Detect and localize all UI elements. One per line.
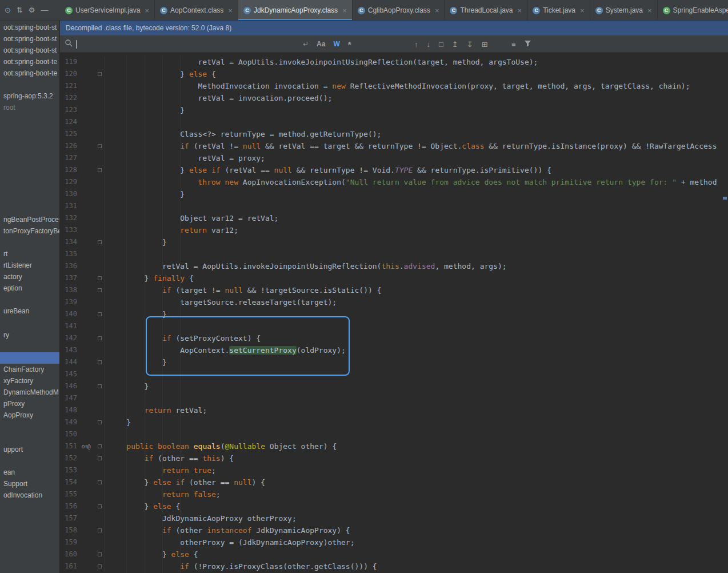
editor-tab[interactable]: CJdkDynamicAopProxy.class×: [238, 0, 353, 20]
code-line[interactable]: 136 retVal = AopUtils.invokeJoinpointUsi…: [60, 260, 728, 272]
search-input[interactable]: [65, 35, 77, 53]
previous-match-icon[interactable]: ↥: [452, 40, 458, 49]
fold-icon[interactable]: [98, 504, 102, 508]
code-line[interactable]: 127 retVal = proxy;: [60, 152, 728, 164]
code-line[interactable]: 131: [60, 200, 728, 212]
code-line[interactable]: 125 Class<?> returnType = method.getRetu…: [60, 128, 728, 140]
open-results-icon[interactable]: ⊞: [482, 40, 488, 49]
code-line[interactable]: 144 }: [60, 356, 728, 368]
code-line[interactable]: 145: [60, 368, 728, 380]
editor-tab[interactable]: CUserServiceImpl.java×: [60, 0, 155, 20]
code-line[interactable]: 156 } else {: [60, 500, 728, 512]
fold-icon[interactable]: [98, 240, 102, 244]
code-line[interactable]: 135: [60, 248, 728, 260]
code-line[interactable]: 148 return retVal;: [60, 404, 728, 416]
code-line[interactable]: 122 retVal = invocation.proceed();: [60, 92, 728, 104]
fold-icon[interactable]: [98, 312, 102, 316]
match-case-toggle[interactable]: Aa: [317, 40, 325, 48]
code-line[interactable]: 153 return true;: [60, 464, 728, 476]
close-icon[interactable]: ×: [580, 7, 585, 14]
fold-icon[interactable]: [98, 528, 102, 532]
fold-icon[interactable]: [98, 336, 102, 340]
editor-tab[interactable]: CAopContext.class×: [155, 0, 238, 20]
editor-tab[interactable]: CThreadLocal.java×: [445, 0, 527, 20]
code-line[interactable]: 119 retVal = AopUtils.invokeJoinpointUsi…: [60, 56, 728, 68]
tree-item[interactable]: odInvocation: [0, 490, 59, 501]
fold-icon[interactable]: [98, 444, 102, 448]
words-toggle[interactable]: W: [333, 40, 339, 48]
tree-item[interactable]: root: [0, 102, 59, 113]
code-line[interactable]: 155 return false;: [60, 488, 728, 500]
tree-item[interactable]: oot:spring-boot-st: [0, 33, 59, 45]
locate-file-icon[interactable]: ⊙: [5, 6, 11, 14]
fold-icon[interactable]: [98, 276, 102, 280]
fold-icon[interactable]: [98, 360, 102, 364]
close-icon[interactable]: ×: [647, 7, 652, 14]
fold-icon[interactable]: [98, 288, 102, 292]
code-line[interactable]: 138 if (target != null && !targetSource.…: [60, 284, 728, 296]
editor-tab[interactable]: CTicket.java×: [527, 0, 590, 20]
fold-icon[interactable]: [98, 564, 102, 568]
collapse-all-icon[interactable]: ⇅: [17, 6, 23, 14]
fold-icon[interactable]: [98, 456, 102, 460]
code-line[interactable]: 149 }: [60, 416, 728, 428]
code-line[interactable]: 139 targetSource.releaseTarget(target);: [60, 296, 728, 308]
code-line[interactable]: 159 otherProxy = (JdkDynamicAopProxy)oth…: [60, 536, 728, 548]
code-line[interactable]: 132 Object var12 = retVal;: [60, 212, 728, 224]
regex-toggle[interactable]: *: [348, 39, 351, 49]
hide-panel-icon[interactable]: —: [41, 6, 48, 14]
tree-item[interactable]: pProxy: [0, 398, 59, 409]
code-line[interactable]: 143 AopContext.setCurrentProxy(oldProxy)…: [60, 344, 728, 356]
code-line[interactable]: 133 return var12;: [60, 224, 728, 236]
fold-icon[interactable]: [98, 384, 102, 388]
tree-item[interactable]: rtListener: [0, 260, 59, 271]
code-line[interactable]: 124: [60, 116, 728, 128]
close-icon[interactable]: ×: [342, 7, 347, 14]
close-icon[interactable]: ×: [435, 7, 439, 14]
code-line[interactable]: 151o↑@ public boolean equals(@Nullable O…: [60, 440, 728, 452]
close-icon[interactable]: ×: [228, 7, 233, 14]
fold-icon[interactable]: [98, 144, 102, 148]
tree-item[interactable]: ean: [0, 467, 59, 478]
fold-icon[interactable]: [98, 420, 102, 424]
newline-option-icon[interactable]: ↵: [303, 40, 309, 48]
tree-item[interactable]: oot:spring-boot-te: [0, 67, 59, 79]
tree-item[interactable]: ry: [0, 329, 59, 341]
tree-item[interactable]: Support: [0, 478, 59, 490]
editor-tab[interactable]: CSystem.java×: [590, 0, 658, 20]
code-line[interactable]: 128 } else if (retVal == null && returnT…: [60, 164, 728, 176]
tree-item[interactable]: ngBeanPostProces: [0, 214, 59, 225]
previous-occurrence-icon[interactable]: ↑: [414, 40, 418, 49]
code-line[interactable]: 142 if (setProxyContext) {: [60, 332, 728, 344]
settings-gear-icon[interactable]: ⚙: [29, 6, 35, 14]
tree-item[interactable]: rt: [0, 248, 59, 260]
editor-tab[interactable]: CSpringEnableAspectJAutoP×: [658, 0, 728, 20]
fold-icon[interactable]: [98, 480, 102, 484]
fold-icon[interactable]: [98, 72, 102, 76]
code-line[interactable]: 129 throw new AopInvocationException("Nu…: [60, 176, 728, 188]
code-line[interactable]: 146 }: [60, 380, 728, 392]
tree-item[interactable]: AopProxy: [0, 409, 59, 421]
tree-item[interactable]: upport: [0, 444, 59, 455]
filter-funnel-icon[interactable]: [524, 39, 531, 49]
select-all-occurrences-icon[interactable]: □: [439, 40, 443, 49]
editor-tab[interactable]: CCglibAopProxy.class×: [353, 0, 445, 20]
tree-item[interactable]: xyFactory: [0, 375, 59, 387]
sort-icon[interactable]: ≡: [511, 40, 516, 49]
tree-item[interactable]: ChainFactory: [0, 364, 59, 375]
code-line[interactable]: 141: [60, 320, 728, 332]
tree-item[interactable]: eption: [0, 282, 59, 294]
fold-icon[interactable]: [98, 552, 102, 556]
tree-item[interactable]: spring-aop:5.3.2: [0, 90, 59, 102]
code-line[interactable]: 150: [60, 428, 728, 440]
code-line[interactable]: 121 MethodInvocation invocation = new Re…: [60, 80, 728, 92]
tree-item[interactable]: [0, 352, 59, 364]
code-line[interactable]: 126 if (retVal != null && retVal == targ…: [60, 140, 728, 152]
tree-item[interactable]: ureBean: [0, 305, 59, 317]
tree-item[interactable]: DynamicMethodM: [0, 387, 59, 398]
fold-icon[interactable]: [98, 168, 102, 172]
close-icon[interactable]: ×: [518, 7, 522, 14]
code-line[interactable]: 152 if (other == this) {: [60, 452, 728, 464]
next-match-icon[interactable]: ↧: [467, 40, 473, 49]
code-line[interactable]: 134 }: [60, 236, 728, 248]
